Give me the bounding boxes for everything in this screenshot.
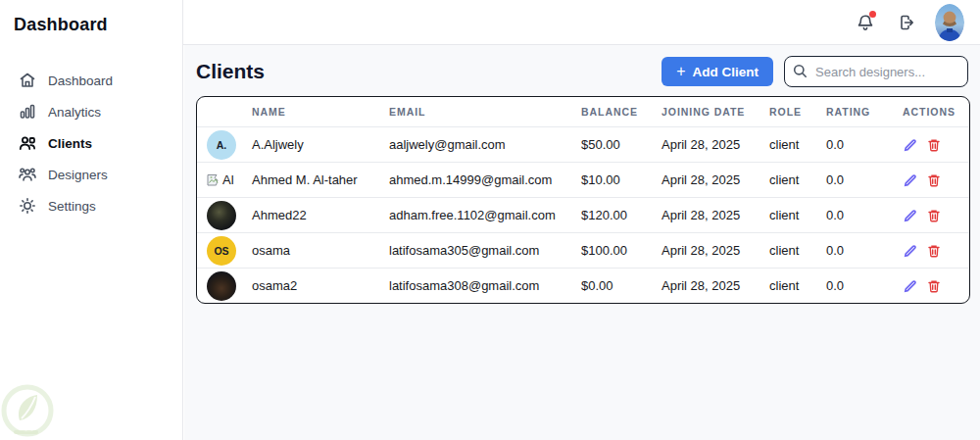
client-balance: $100.00 <box>581 243 662 258</box>
client-balance: $120.00 <box>581 208 662 222</box>
client-joining-date: April 28, 2025 <box>662 137 769 152</box>
col-header-email: EMAIL <box>389 106 581 118</box>
avatar: A. <box>207 130 236 160</box>
delete-button[interactable] <box>926 278 941 293</box>
client-name: Ahmed22 <box>252 208 389 222</box>
client-role: client <box>769 208 826 222</box>
topbar <box>183 0 980 45</box>
client-rating: 0.0 <box>826 243 895 258</box>
client-balance: $10.00 <box>581 172 662 187</box>
sidebar-title: Dashboard <box>0 0 182 35</box>
add-client-button[interactable]: + Add Client <box>662 57 773 86</box>
col-header-role: ROLE <box>769 106 826 118</box>
settings-icon <box>18 196 37 216</box>
sidebar-item-settings[interactable]: Settings <box>0 190 182 221</box>
edit-button[interactable] <box>903 137 917 152</box>
analytics-icon <box>18 102 37 122</box>
delete-button[interactable] <box>926 137 941 152</box>
sidebar-item-clients[interactable]: Clients <box>0 127 182 159</box>
edit-button[interactable] <box>903 278 917 293</box>
sidebar-item-designers[interactable]: Designers <box>0 159 182 190</box>
client-email: aaljwely@gmail.com <box>389 137 581 152</box>
client-joining-date: April 28, 2025 <box>662 278 769 293</box>
broken-image-icon: Al <box>207 172 234 187</box>
table-row: Al Ahmed M. Al-taher ahmed.m.14999@gmail… <box>197 162 969 197</box>
search-input[interactable] <box>784 56 968 87</box>
logout-button[interactable] <box>894 10 919 35</box>
main-content: Clients + Add Client NAME EMAIL BALANCE … <box>184 45 980 440</box>
delete-button[interactable] <box>926 243 941 258</box>
client-email: latifosama308@gmail.com <box>389 278 581 293</box>
app-window: Dashboard Dashboard Analytics Clients <box>0 0 980 440</box>
sidebar-item-label: Clients <box>48 136 92 151</box>
plus-icon: + <box>676 64 685 79</box>
delete-button[interactable] <box>926 208 941 222</box>
edit-button[interactable] <box>903 208 917 222</box>
client-rating: 0.0 <box>826 208 895 222</box>
client-role: client <box>769 278 826 293</box>
client-rating: 0.0 <box>826 172 895 187</box>
client-balance: $50.00 <box>581 137 662 152</box>
col-header-rating: RATING <box>826 106 895 118</box>
sidebar-item-label: Designers <box>48 168 108 182</box>
client-email: latifosama305@gmail.com <box>389 243 581 258</box>
delete-button[interactable] <box>926 172 941 187</box>
sidebar-nav: Dashboard Analytics Clients Designers <box>0 65 182 221</box>
client-role: client <box>769 172 826 187</box>
client-joining-date: April 28, 2025 <box>662 208 769 222</box>
page-title: Clients <box>196 60 662 83</box>
sidebar: Dashboard Dashboard Analytics Clients <box>0 0 183 440</box>
avatar-photo <box>207 271 236 301</box>
client-name: A.Aljwely <box>252 137 389 152</box>
home-icon <box>18 71 37 90</box>
avatar-photo <box>207 201 236 230</box>
notifications-button[interactable] <box>853 10 878 35</box>
sidebar-item-analytics[interactable]: Analytics <box>0 96 182 127</box>
sidebar-item-label: Dashboard <box>48 73 113 88</box>
table-row: osama2 latifosama308@gmail.com $0.00 Apr… <box>197 268 969 303</box>
client-joining-date: April 28, 2025 <box>662 243 769 258</box>
col-header-balance: BALANCE <box>581 106 662 118</box>
avatar-photo-icon <box>935 4 964 41</box>
search-container <box>784 56 968 87</box>
clients-icon <box>18 133 37 153</box>
client-joining-date: April 28, 2025 <box>662 172 769 187</box>
content-header: Clients + Add Client <box>184 45 980 96</box>
client-rating: 0.0 <box>826 278 895 293</box>
client-email: adham.free.1102@gmail.com <box>389 208 581 222</box>
client-balance: $0.00 <box>581 278 662 293</box>
avatar: OS <box>207 236 236 266</box>
client-name: Ahmed M. Al-taher <box>252 172 389 187</box>
col-header-actions: ACTIONS <box>895 106 969 118</box>
sidebar-item-dashboard[interactable]: Dashboard <box>0 65 182 96</box>
add-client-label: Add Client <box>693 65 760 79</box>
user-avatar[interactable] <box>935 4 964 41</box>
client-name: osama <box>252 243 389 258</box>
col-header-name: NAME <box>252 106 389 118</box>
client-role: client <box>769 243 826 258</box>
table-header-row: NAME EMAIL BALANCE JOINING DATE ROLE RAT… <box>197 97 969 126</box>
avatar-alt-text: Al <box>222 172 234 187</box>
clients-table: NAME EMAIL BALANCE JOINING DATE ROLE RAT… <box>196 96 970 304</box>
sidebar-item-label: Settings <box>48 199 96 214</box>
client-email: ahmed.m.14999@gmail.com <box>389 172 581 187</box>
sidebar-item-label: Analytics <box>48 105 101 120</box>
table-row: A. A.Aljwely aaljwely@gmail.com $50.00 A… <box>197 126 969 162</box>
client-rating: 0.0 <box>826 137 895 152</box>
designers-icon <box>18 165 37 184</box>
logout-icon <box>897 13 916 32</box>
edit-button[interactable] <box>903 243 917 258</box>
table-row: Ahmed22 adham.free.1102@gmail.com $120.0… <box>197 197 969 232</box>
client-role: client <box>769 137 826 152</box>
notification-dot <box>869 11 876 18</box>
search-icon <box>793 64 808 78</box>
client-name: osama2 <box>252 278 389 293</box>
col-header-joining-date: JOINING DATE <box>662 106 769 118</box>
edit-button[interactable] <box>903 172 917 187</box>
table-row: OS osama latifosama305@gmail.com $100.00… <box>197 232 969 268</box>
